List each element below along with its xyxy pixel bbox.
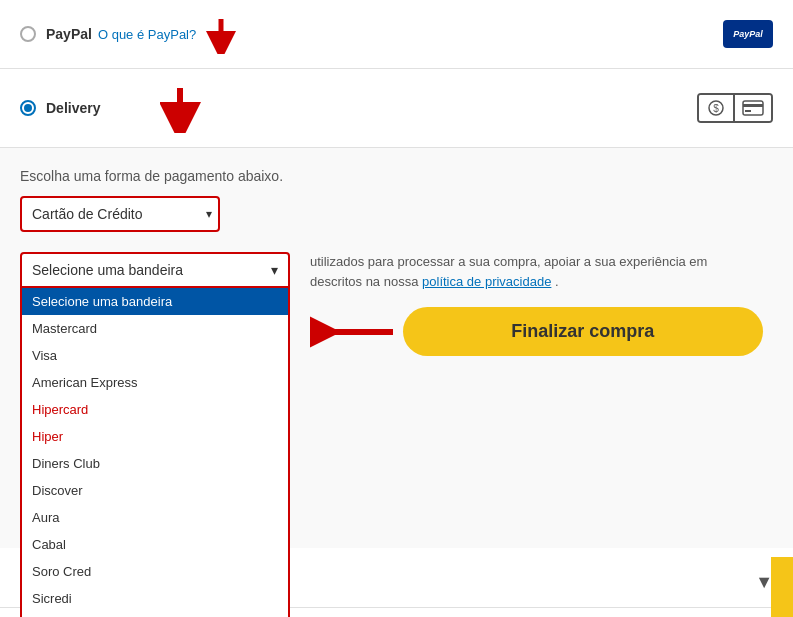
paypal-logo: PayPal [723,20,773,48]
bandeira-selected-label: Selecione uma bandeira [32,262,183,278]
bandeira-dropdown-list: Selecione uma bandeira Mastercard Visa A… [20,288,290,617]
delivery-label: Delivery [46,100,100,116]
bandeira-arrow-icon: ▾ [271,262,278,278]
delivery-radio[interactable] [20,100,36,116]
bandeira-option-cooper[interactable]: Cooper Card [22,612,288,617]
escolha-label: Escolha uma forma de pagamento abaixo. [20,168,773,184]
info-text-part3: . [555,274,559,289]
arrow-left-icon [310,312,393,352]
svg-rect-8 [745,110,751,112]
page-wrapper: PayPal O que é PayPal? PayPal Delivery [0,0,793,617]
bandeira-option-selecione[interactable]: Selecione uma bandeira [22,288,288,315]
bandeira-wrapper: Selecione uma bandeira ▾ Selecione uma b… [20,252,290,288]
card-icon [735,95,771,121]
bandeira-option-sicredi[interactable]: Sicredi [22,585,288,612]
paypal-row: PayPal O que é PayPal? PayPal [0,0,793,69]
paypal-info-link[interactable]: O que é PayPal? [98,27,196,42]
payment-method-dropdown-wrapper: Cartão de Crédito Boleto PIX ▾ [20,196,220,232]
arrow-down-icon [206,14,256,54]
bandeira-option-hipercard[interactable]: Hipercard [22,396,288,423]
finalizar-compra-button[interactable]: Finalizar compra [403,307,763,356]
top-controls: Escolha uma forma de pagamento abaixo. C… [20,168,773,244]
bandeira-option-amex[interactable]: American Express [22,369,288,396]
bandeira-option-diners[interactable]: Diners Club [22,450,288,477]
bandeira-option-aura[interactable]: Aura [22,504,288,531]
svg-rect-6 [743,101,763,115]
info-section: utilizados para processar a sua compra, … [300,252,773,364]
bandeira-option-hiper[interactable]: Hiper [22,423,288,450]
info-text-part2: descritos na nossa [310,274,418,289]
svg-text:$: $ [713,103,719,114]
cash-icon: $ [699,95,735,121]
bandeira-option-cabal[interactable]: Cabal [22,531,288,558]
payment-method-select[interactable]: Cartão de Crédito Boleto PIX [20,196,220,232]
bandeira-dropdown-area: Selecione uma bandeira ▾ Selecione uma b… [20,252,773,288]
info-text: utilizados para processar a sua compra, … [310,252,763,291]
bandeira-option-discover[interactable]: Discover [22,477,288,504]
bandeira-option-sorocred[interactable]: Soro Cred [22,558,288,585]
paypal-label: PayPal [46,26,92,42]
delivery-payment-icons: $ [697,93,773,123]
bandeira-option-mastercard[interactable]: Mastercard [22,315,288,342]
yellow-strip [771,557,793,617]
paypal-radio[interactable] [20,26,36,42]
svg-rect-7 [743,104,763,107]
bandeira-option-visa[interactable]: Visa [22,342,288,369]
paypal-logo-text: PayPal [733,29,763,39]
bandeira-select-header[interactable]: Selecione uma bandeira ▾ [20,252,290,288]
info-text-part1: utilizados para processar a sua compra, … [310,254,707,269]
arrow-down-delivery-icon [160,83,220,133]
privacy-policy-link[interactable]: política de privacidade [422,274,551,289]
content-area: Escolha uma forma de pagamento abaixo. C… [0,148,793,548]
delivery-row: Delivery $ [0,69,793,148]
